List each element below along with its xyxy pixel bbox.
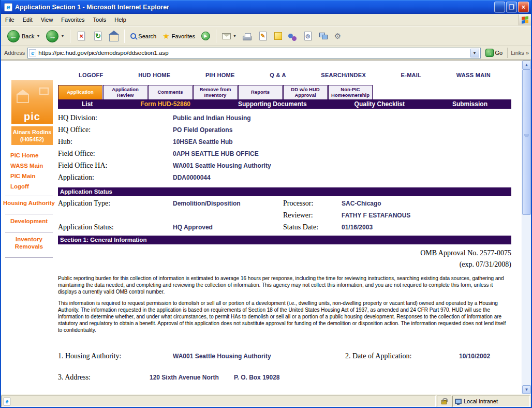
messenger-button[interactable]	[285, 30, 300, 42]
refresh-icon: ↻	[95, 32, 101, 40]
tab-non-pic-homeownership[interactable]: Non-PIC Homeownership	[328, 85, 373, 99]
nav-search-index[interactable]: SEARCH/INDEX	[321, 72, 366, 78]
sidebar-item-wass-main[interactable]: WASS Main	[10, 161, 57, 171]
address-dropdown-icon[interactable]: ▼	[470, 49, 479, 57]
top-nav: LOGOFF HUD HOME PIH HOME Q & A SEARCH/IN…	[58, 72, 511, 78]
intranet-icon	[455, 399, 462, 404]
subnav-submission[interactable]: Submission	[452, 100, 487, 108]
subnav-form-hud-52860[interactable]: Form HUD-52860	[140, 100, 190, 108]
tab-application-review[interactable]: Application Review	[103, 85, 147, 99]
back-icon: ←	[7, 30, 20, 42]
field-row: Application Status: HQ Approved Status D…	[58, 222, 511, 234]
refresh-button[interactable]: ↻	[90, 29, 106, 43]
menu-file[interactable]: File	[1, 15, 19, 24]
info-paragraph: This information is required to request …	[58, 300, 511, 333]
subnav-quality-checklist[interactable]: Quality Checklist	[354, 100, 405, 108]
document-icon: e	[4, 398, 10, 405]
menu-bar: File Edit View Favorites Tools Help	[1, 14, 531, 26]
scroll-thumb[interactable]	[522, 69, 531, 215]
address-input[interactable]: e https://pic.hud.gov/pic/demodispo/ddse…	[27, 48, 480, 59]
mail-button[interactable]: ▼	[219, 32, 240, 41]
favorites-star-icon: ★	[162, 32, 169, 41]
subnav-supporting-documents[interactable]: Supporting Documents	[238, 100, 307, 108]
menu-view[interactable]: View	[37, 15, 57, 24]
tab-dd-wo-hud-approval[interactable]: DD w/o HUD Approval	[283, 85, 328, 99]
search-icon	[130, 33, 136, 39]
sidebar-item-inventory-removals[interactable]: Inventory Removals	[1, 232, 57, 253]
stop-icon: ×	[80, 32, 84, 40]
links-chevron-icon[interactable]: »	[526, 50, 529, 56]
tools-button[interactable]: ⚙	[331, 30, 344, 42]
nav-wass-main[interactable]: WASS MAIN	[456, 72, 491, 78]
minimize-button[interactable]: _	[494, 2, 505, 12]
status-message-area: e	[1, 396, 436, 407]
scroll-down-arrow[interactable]: ▼	[522, 385, 531, 394]
browser-toolbar: ← Back ▼ → ▼ × ↻ Search ★ Favorites ▶ ▼ …	[1, 26, 531, 46]
toolbar-separator	[124, 30, 125, 43]
forward-button[interactable]: → ▼	[43, 28, 67, 44]
nav-logoff[interactable]: LOGOFF	[79, 72, 104, 78]
toolbar-separator	[216, 30, 216, 43]
browser-window: e Application Section 1 - Microsoft Inte…	[0, 0, 532, 408]
menu-favorites[interactable]: Favorites	[57, 15, 88, 24]
tab-comments[interactable]: Comments	[148, 85, 193, 99]
sidebar-item-housing-authority[interactable]: Housing Authority	[1, 196, 57, 210]
maximize-button[interactable]: ❐	[506, 2, 517, 12]
field-row: HQ Division: Public and Indian Housing	[58, 113, 511, 125]
forward-dropdown-icon[interactable]: ▼	[61, 34, 64, 38]
field-row: Application: DDA0000044	[58, 172, 511, 184]
vertical-scrollbar[interactable]: ▲ ▼	[522, 61, 531, 394]
back-button[interactable]: ← Back ▼	[4, 28, 43, 44]
pic-logo-text: pic	[24, 111, 40, 123]
edit-button[interactable]: ✎	[255, 29, 271, 43]
close-button[interactable]: ×	[518, 2, 529, 12]
back-dropdown-icon[interactable]: ▼	[36, 34, 40, 38]
menu-tools[interactable]: Tools	[89, 15, 111, 24]
application-status-header: Application Status	[58, 187, 511, 196]
media-icon: ▶	[201, 32, 210, 40]
screens-button[interactable]	[316, 31, 331, 41]
research-button[interactable]: ◎	[300, 29, 316, 43]
sidebar-item-pic-home[interactable]: PIC Home	[10, 150, 57, 161]
print-button[interactable]	[240, 30, 255, 42]
address-bar: Address e https://pic.hud.gov/pic/demodi…	[1, 46, 531, 60]
security-segment	[437, 396, 451, 407]
address-label: Address	[4, 50, 25, 56]
menu-help[interactable]: Help	[110, 15, 130, 24]
menu-edit[interactable]: Edit	[19, 15, 37, 24]
omb-approval: OMB Approval No. 2577-0075 (exp. 07/31/2…	[58, 247, 511, 270]
go-button[interactable]: → Go	[483, 48, 505, 57]
nav-qa[interactable]: Q & A	[270, 72, 286, 78]
media-button[interactable]: ▶	[198, 30, 213, 42]
sidebar-item-development[interactable]: Development	[1, 214, 57, 228]
sub-nav: List Form HUD-52860 Supporting Documents…	[58, 99, 511, 109]
sidebar-item-logoff[interactable]: Logoff	[10, 181, 57, 192]
research-icon: ◎	[305, 33, 310, 39]
tab-reports[interactable]: Reports	[238, 85, 283, 99]
favorites-button[interactable]: ★ Favorites	[159, 30, 198, 42]
tab-application[interactable]: Application	[58, 85, 102, 99]
nav-email[interactable]: E-MAIL	[401, 72, 422, 78]
forward-icon: →	[46, 30, 58, 42]
nav-pih-home[interactable]: PIH HOME	[205, 72, 235, 78]
page-icon: e	[29, 49, 36, 56]
window-title: Application Section 1 - Microsoft Intern…	[15, 4, 493, 11]
sidebar-item-pic-main[interactable]: PIC Main	[10, 171, 57, 181]
nav-hud-home[interactable]: HUD HOME	[138, 72, 170, 78]
tab-remove-from-inventory[interactable]: Remove from Inventory	[193, 85, 238, 99]
scroll-track[interactable]	[522, 69, 531, 385]
home-button[interactable]	[106, 30, 122, 43]
stop-button[interactable]: ×	[73, 29, 90, 43]
edit-icon: ✎	[260, 33, 265, 39]
links-bar[interactable]: Links »	[507, 48, 529, 58]
field-row: Application Type: Demolition/Disposition…	[58, 198, 511, 210]
go-icon: →	[485, 49, 494, 57]
search-button[interactable]: Search	[127, 32, 159, 41]
main-panel: LOGOFF HUD HOME PIH HOME Q & A SEARCH/IN…	[57, 61, 522, 394]
discuss-button[interactable]	[271, 31, 285, 41]
ie-app-icon: e	[4, 3, 12, 11]
scroll-up-arrow[interactable]: ▲	[522, 61, 531, 69]
pic-logo: pic	[11, 80, 53, 124]
gear-icon: ⚙	[334, 32, 341, 41]
subnav-list[interactable]: List	[82, 100, 93, 108]
